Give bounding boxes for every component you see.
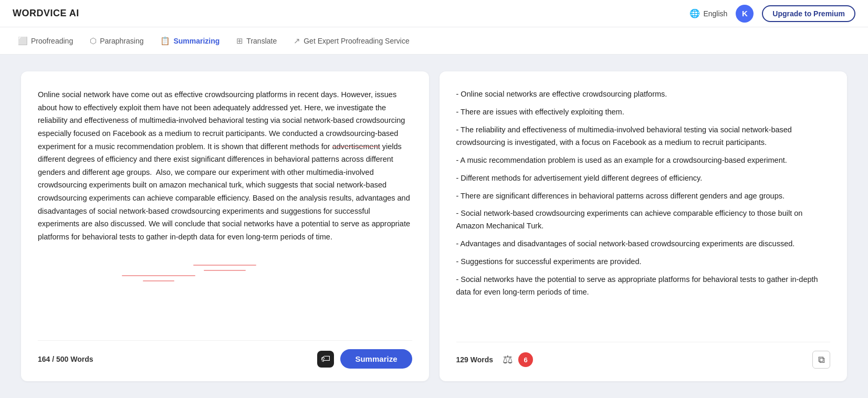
input-card: Online social network have come out as e… (21, 71, 429, 381)
nav-proofreading-label: Proofreading (31, 37, 73, 45)
summary-line: - There are significant differences in b… (456, 190, 831, 203)
header-right: 🌐 English K Upgrade to Premium (689, 5, 855, 23)
summary-line: - Online social networks are effective c… (456, 88, 831, 101)
summary-line: - A music recommendation problem is used… (456, 154, 831, 167)
language-selector[interactable]: 🌐 English (689, 8, 727, 18)
external-link-icon: ↗ (294, 36, 300, 46)
nav-expert[interactable]: ↗ Get Expert Proofreading Service (286, 32, 417, 50)
nav-proofreading[interactable]: ⬜ Proofreading (11, 32, 80, 50)
summarizing-icon: 📋 (160, 36, 170, 46)
nav-expert-label: Get Expert Proofreading Service (304, 37, 410, 45)
word-count-input: 164 / 500 Words (38, 355, 93, 363)
footer-actions: 🏷 Summarize (317, 349, 412, 369)
globe-icon: 🌐 (689, 8, 700, 18)
output-card-footer: 129 Words ⚖ 6 ⧉ (456, 342, 831, 369)
output-footer-left: 129 Words ⚖ 6 (456, 352, 534, 367)
clear-button[interactable]: 🏷 (317, 351, 334, 368)
output-text: - Online social networks are effective c… (456, 88, 831, 329)
header: WORDVICE AI 🌐 English K Upgrade to Premi… (0, 0, 868, 27)
navbar: ⬜ Proofreading ⬡ Paraphrasing 📋 Summariz… (0, 27, 868, 55)
upgrade-button[interactable]: Upgrade to Premium (762, 5, 855, 22)
main-content: Online social network have come out as e… (0, 55, 868, 398)
nav-summarizing[interactable]: 📋 Summarizing (153, 32, 227, 50)
input-text[interactable]: Online social network have come out as e… (38, 88, 412, 328)
strikethrough-text: advertisement (332, 142, 380, 151)
summary-line: - Advantages and disadvantages of social… (456, 238, 831, 250)
tag-icon: 🏷 (321, 353, 330, 364)
summarize-button[interactable]: Summarize (340, 349, 412, 369)
input-card-footer: 164 / 500 Words 🏷 Summarize (38, 340, 412, 369)
copy-icon: ⧉ (818, 354, 825, 365)
summary-line: - Different methods for advertisement yi… (456, 172, 831, 185)
word-count-output: 129 Words (456, 355, 494, 364)
nav-paraphrasing[interactable]: ⬡ Paraphrasing (82, 32, 151, 50)
summary-line: - Suggestions for successful experiments… (456, 256, 831, 268)
nav-paraphrasing-label: Paraphrasing (100, 37, 143, 45)
scale-icon: ⚖ (503, 353, 513, 366)
translate-icon: ⊞ (236, 36, 243, 46)
badge-number: 6 (524, 356, 527, 364)
output-card: - Online social networks are effective c… (440, 71, 848, 381)
copy-button[interactable]: ⧉ (812, 351, 830, 369)
paraphrasing-icon: ⬡ (90, 36, 97, 46)
proofreading-icon: ⬜ (18, 36, 28, 46)
nav-summarizing-label: Summarizing (173, 37, 219, 45)
summary-line: - There are issues with effectively expl… (456, 106, 831, 119)
badge-count: 6 (518, 352, 533, 367)
summary-line: - Social network-based crowdsourcing exp… (456, 207, 831, 233)
summary-lines: - Online social networks are effective c… (456, 88, 831, 299)
summary-line: - Social networks have the potential to … (456, 274, 831, 299)
input-paragraph: Online social network have come out as e… (38, 90, 410, 241)
summary-line: - The reliability and effectiveness of m… (456, 124, 831, 149)
avatar: K (736, 5, 754, 23)
language-label: English (703, 9, 727, 18)
nav-translate[interactable]: ⊞ Translate (229, 32, 284, 50)
nav-translate-label: Translate (246, 37, 277, 45)
logo: WORDVICE AI (13, 8, 79, 19)
